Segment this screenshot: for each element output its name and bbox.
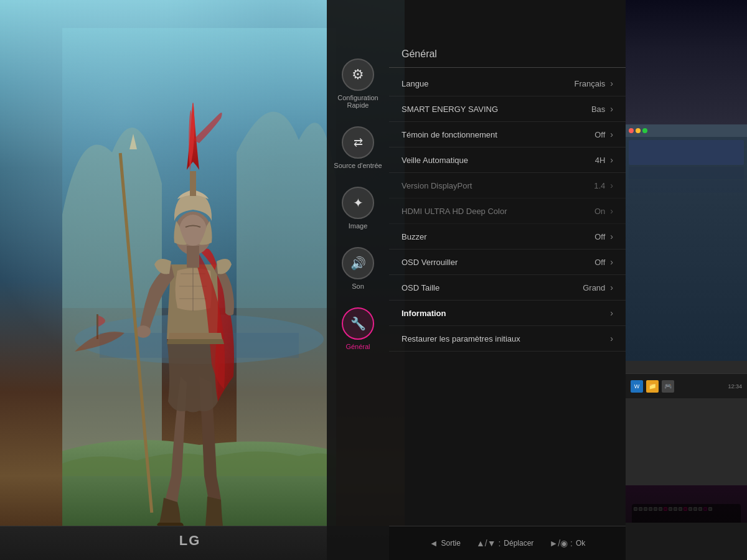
key-lit <box>703 507 707 511</box>
nav-ok-label: Ok <box>576 539 585 548</box>
right-window-bar <box>626 124 747 137</box>
menu-item-temoin[interactable]: Témoin de fonctionnement Off › <box>389 122 626 147</box>
sidebar: ⚙ Configuration Rapide ⇄ Source d'entrée… <box>327 50 389 359</box>
menu-item-buzzer-label: Buzzer <box>402 232 594 241</box>
config-rapide-icon: ⚙ <box>342 58 374 91</box>
source-icon: ⇄ <box>342 126 374 159</box>
menu-item-osd-taille[interactable]: OSD Taille Grand › <box>389 275 626 301</box>
source-label: Source d'entrée <box>334 162 382 169</box>
menu-item-displayport-value: 1.4 <box>594 181 605 190</box>
key <box>649 507 652 511</box>
menu-item-osd-verrou-value: Off <box>594 258 605 267</box>
menu-section-title: Général <box>389 44 626 68</box>
image-icon: ✦ <box>342 187 374 219</box>
menu-item-osd-verrou-label: OSD Verrouiller <box>402 258 594 267</box>
menu-item-hdmi-value: On <box>594 207 605 216</box>
chevron-right-icon: › <box>610 206 613 216</box>
sidebar-item-config-rapide[interactable]: ⚙ Configuration Rapide <box>327 50 389 118</box>
nav-ok: ►/◉ : Ok <box>549 538 585 548</box>
key <box>669 507 672 511</box>
svg-rect-3 <box>96 314 98 339</box>
menu-item-langue[interactable]: Langue Français › <box>389 71 626 96</box>
menu-item-veille[interactable]: Veille Automatique 4H › <box>389 147 626 173</box>
sidebar-item-source[interactable]: ⇄ Source d'entrée <box>327 118 389 178</box>
nav-left-icon: ◄ <box>430 538 438 548</box>
chevron-right-icon: › <box>610 78 613 88</box>
menu-item-veille-value: 4H <box>595 156 606 165</box>
warrior-illustration <box>62 28 336 526</box>
nav-updown-icon: ▲/▼ : <box>476 538 500 548</box>
key <box>654 507 657 511</box>
menu-item-hdmi-label: HDMI ULTRA HD Deep Color <box>402 207 594 216</box>
window-close-dot <box>629 128 634 133</box>
svg-point-8 <box>136 325 151 338</box>
osd-panel: ⚙ Configuration Rapide ⇄ Source d'entrée… <box>327 0 626 560</box>
lg-logo: LG <box>179 533 201 549</box>
menu-item-energy-value: Bas <box>591 105 605 114</box>
taskbar-icon-2: 📁 <box>646 380 659 393</box>
key <box>679 507 682 511</box>
chevron-right-icon: › <box>610 334 613 343</box>
chevron-right-icon: › <box>610 155 613 165</box>
menu-item-displayport-label: Version DisplayPort <box>402 181 594 190</box>
bottom-nav: ◄ Sortie ▲/▼ : Déplacer ►/◉ : Ok <box>389 526 626 560</box>
right-screen-text <box>626 137 747 197</box>
key <box>674 507 677 511</box>
menu-item-restaurer-label: Restaurer les paramètres initiaux <box>402 334 610 343</box>
menu-item-osd-verrou[interactable]: OSD Verrouiller Off › <box>389 250 626 275</box>
chevron-right-icon: › <box>610 231 613 241</box>
menu-item-osd-taille-value: Grand <box>583 283 605 292</box>
sidebar-item-general[interactable]: 🔧 Général <box>327 299 389 359</box>
nav-sortie: ◄ Sortie <box>430 538 461 548</box>
son-label: Son <box>352 282 364 290</box>
menu-item-temoin-label: Témoin de fonctionnement <box>402 130 594 139</box>
menu-item-temoin-value: Off <box>594 130 605 139</box>
general-icon: 🔧 <box>342 307 374 340</box>
menu-item-buzzer-value: Off <box>594 232 605 241</box>
taskbar: W 📁 🎮 12:34 <box>626 373 747 398</box>
key <box>698 507 702 511</box>
taskbar-time: 12:34 <box>728 383 742 390</box>
chevron-right-icon: › <box>610 282 613 292</box>
image-label: Image <box>349 222 368 230</box>
menu-item-langue-value: Français <box>574 79 605 88</box>
nav-deplacer-label: Déplacer <box>504 539 533 548</box>
menu-item-osd-taille-label: OSD Taille <box>402 283 583 292</box>
chevron-right-icon: › <box>610 129 613 139</box>
menu-item-hdmi[interactable]: HDMI ULTRA HD Deep Color On › <box>389 198 626 224</box>
chevron-right-icon: › <box>610 104 613 114</box>
key <box>644 507 647 511</box>
taskbar-icon-1: W <box>631 380 643 393</box>
taskbar-icon-3: 🎮 <box>662 380 674 393</box>
sidebar-item-son[interactable]: 🔊 Son <box>327 238 389 299</box>
menu-item-buzzer[interactable]: Buzzer Off › <box>389 224 626 250</box>
right-screen-content <box>626 124 747 361</box>
key <box>693 507 697 511</box>
sidebar-item-image[interactable]: ✦ Image <box>327 178 389 238</box>
svg-rect-13 <box>190 171 196 196</box>
right-panel-top <box>626 0 747 124</box>
right-panel: W 📁 🎮 12:34 <box>626 0 747 560</box>
general-label: Général <box>345 343 370 350</box>
chevron-right-icon: › <box>610 308 613 318</box>
menu-item-energy[interactable]: SMART ENERGY SAVING Bas › <box>389 96 626 122</box>
key <box>708 507 712 511</box>
menu-item-langue-label: Langue <box>402 79 574 88</box>
son-icon: 🔊 <box>342 247 374 279</box>
menu-content: Général Langue Français › SMART ENERGY S… <box>389 37 626 523</box>
menu-item-restaurer[interactable]: Restaurer les paramètres initiaux › <box>389 326 626 352</box>
key <box>639 507 642 511</box>
svg-rect-11 <box>187 246 199 268</box>
key <box>659 507 662 511</box>
key <box>634 507 637 511</box>
menu-item-information-label: Information <box>402 309 610 318</box>
menu-item-displayport[interactable]: Version DisplayPort 1.4 › <box>389 173 626 198</box>
menu-item-information[interactable]: Information › <box>389 301 626 326</box>
key <box>688 507 692 511</box>
key-lit <box>664 507 667 511</box>
chevron-right-icon: › <box>610 257 613 267</box>
keyboard-keys <box>632 504 741 512</box>
window-min-dot <box>636 128 641 133</box>
nav-ok-icon: ►/◉ : <box>549 538 573 548</box>
nav-sortie-label: Sortie <box>441 539 461 548</box>
